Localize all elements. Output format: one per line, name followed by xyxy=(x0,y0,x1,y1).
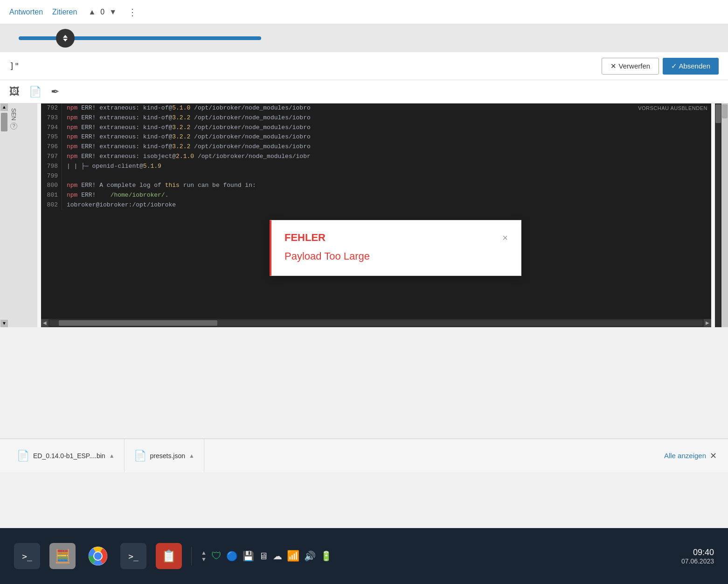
taskbar-separator xyxy=(191,547,192,565)
code-line-799: 799 xyxy=(41,172,711,181)
svg-point-4 xyxy=(94,552,102,560)
line-code-794: npm ERR! extraneous: kind-of@3.2.2 /opt/… xyxy=(62,123,315,133)
line-code-796: npm ERR! extraneous: kind-of@3.2.2 /opt/… xyxy=(62,142,315,152)
toolbar: 🖼 📄 ✒ xyxy=(0,80,728,103)
code-table: 792 npm ERR! extraneous: kind-of@5.1.0 /… xyxy=(41,103,711,210)
code-line-800: 800 npm ERR! A complete log of this run … xyxy=(41,181,711,191)
volume-icon[interactable]: 🔊 xyxy=(304,550,316,562)
line-code-799 xyxy=(62,172,75,181)
code-block: VORSCHAU AUSBLENDEN 792 npm ERR! extrane… xyxy=(41,103,711,319)
battery-icon[interactable]: 🔋 xyxy=(320,550,332,562)
scroll-section xyxy=(0,24,728,52)
send-button[interactable]: ✓ Absenden xyxy=(663,58,719,75)
discard-button[interactable]: ✕ Verwerfen xyxy=(602,58,659,75)
line-num-794: 794 xyxy=(41,123,62,133)
action-buttons: ✕ Verwerfen ✓ Absenden xyxy=(602,58,719,75)
vscroll-thumb[interactable] xyxy=(715,104,721,123)
line-code-798: | | ├─ openid-client@5.1.9 xyxy=(62,162,166,172)
display-icon[interactable]: 🖥 xyxy=(259,551,268,562)
line-num-792: 792 xyxy=(41,103,62,113)
close-downloads-button[interactable]: ✕ xyxy=(706,451,721,461)
taskbar-terminal2-app[interactable]: >_ xyxy=(120,543,146,569)
line-num-795: 795 xyxy=(41,132,62,142)
download-item-1: 📄 ED_0.14.0-b1_ESP....bin ▲ xyxy=(7,439,125,472)
line-code-795: npm ERR! extraneous: kind-of@3.2.2 /opt/… xyxy=(62,132,315,142)
taskbar-terminal-app[interactable]: >_ xyxy=(14,543,40,569)
line-num-796: 796 xyxy=(41,142,62,152)
code-line-795: 795 npm ERR! extraneous: kind-of@3.2.2 /… xyxy=(41,132,711,142)
taskbar-clock-area: 09:40 07.06.2023 xyxy=(681,548,714,565)
taskbar-chrome-app[interactable] xyxy=(85,543,111,569)
top-bar: Antworten Zitieren ▲ 0 ▼ ⋮ xyxy=(0,0,728,24)
line-code-800: npm ERR! A complete log of this run can … xyxy=(62,181,261,191)
hscroll-thumb[interactable] xyxy=(59,320,217,326)
help-icon[interactable]: ? xyxy=(10,123,17,130)
download-chevron-2[interactable]: ▲ xyxy=(189,453,194,459)
taskbar: >_ 🧮 >_ 📋 xyxy=(0,528,728,584)
code-line-796: 796 npm ERR! extraneous: kind-of@3.2.2 /… xyxy=(41,142,711,152)
right-vscroll[interactable] xyxy=(715,103,721,327)
sidebar-scroll-down[interactable]: ▼ xyxy=(0,320,8,327)
vote-up-button[interactable]: ▲ xyxy=(86,7,97,17)
shield-icon[interactable]: 🛡 xyxy=(211,550,222,562)
line-num-799: 799 xyxy=(41,172,62,181)
line-num-800: 800 xyxy=(41,181,62,191)
wifi-icon[interactable]: 📶 xyxy=(287,550,299,562)
sidebar-scroll-up[interactable]: ▲ xyxy=(0,103,8,111)
taskbar-app5[interactable]: 📋 xyxy=(156,543,182,569)
taskbar-calc-app[interactable]: 🧮 xyxy=(49,543,76,569)
taskbar-chevron-up[interactable]: ▲ ▼ xyxy=(201,550,207,563)
download-file-icon-2: 📄 xyxy=(134,450,146,462)
error-modal: FEHLER × Payload Too Large xyxy=(270,220,521,276)
eyedropper-icon[interactable]: ✒ xyxy=(51,86,59,98)
download-file-icon-1: 📄 xyxy=(17,450,29,462)
quote-link[interactable]: Zitieren xyxy=(52,8,77,16)
file-icon[interactable]: 📄 xyxy=(29,86,42,98)
error-close-button[interactable]: × xyxy=(502,233,508,243)
svg-marker-0 xyxy=(63,35,68,38)
line-code-793: npm ERR! extraneous: kind-of@3.2.2 /opt/… xyxy=(62,113,315,123)
scroll-handle[interactable] xyxy=(56,29,75,48)
more-options-button[interactable]: ⋮ xyxy=(128,7,137,18)
sidebar-scroll-thumb[interactable] xyxy=(1,113,7,131)
code-line-793: 793 npm ERR! extraneous: kind-of@3.2.2 /… xyxy=(41,113,711,123)
line-num-801: 801 xyxy=(41,191,62,200)
outer-vscroll-thumb[interactable] xyxy=(722,104,728,118)
code-snippet-label: ]" xyxy=(9,61,20,71)
content-area: Antworten Zitieren ▲ 0 ▼ ⋮ ]" ✕ Ver xyxy=(0,0,728,528)
code-line-798: 798 | | ├─ openid-client@5.1.9 xyxy=(41,162,711,172)
main-area: ▲ ▼ SEN ? VORSCHAU AUSBLENDEN 792 npm E xyxy=(0,103,728,327)
outer-vscroll[interactable] xyxy=(721,103,728,327)
sidebar-scroll: ▲ ▼ xyxy=(0,103,8,327)
taskbar-clock: 09:40 07.06.2023 xyxy=(681,548,714,565)
cloud-icon[interactable]: ☁ xyxy=(273,550,282,562)
scroll-thumb[interactable] xyxy=(19,36,261,40)
download-name-2: presets.json xyxy=(150,452,185,460)
show-all-button[interactable]: Alle anzeigen xyxy=(664,452,706,460)
hscroll-right-arrow[interactable]: ▶ xyxy=(704,319,711,327)
reply-link[interactable]: Antworten xyxy=(9,8,43,16)
usb-icon[interactable]: 💾 xyxy=(243,550,254,562)
download-chevron-1[interactable]: ▲ xyxy=(109,453,115,459)
code-line-797: 797 npm ERR! extraneous: isobject@2.1.0 … xyxy=(41,152,711,162)
bluetooth-icon[interactable]: 🔵 xyxy=(226,550,238,562)
download-name-1: ED_0.14.0-b1_ESP....bin xyxy=(33,452,105,460)
taskbar-tray-icons: ▲ ▼ 🛡 🔵 💾 🖥 ☁ 📶 🔊 🔋 xyxy=(201,550,332,563)
line-num-797: 797 xyxy=(41,152,62,162)
code-section: VORSCHAU AUSBLENDEN 792 npm ERR! extrane… xyxy=(41,103,711,327)
code-line-801: 801 npm ERR! /home/iobroker/. xyxy=(41,191,711,200)
vote-area: ▲ 0 ▼ xyxy=(86,7,118,17)
line-code-802: iobroker@iobroker:/opt/iobroke xyxy=(62,200,180,210)
hscroll-left-arrow[interactable]: ◀ xyxy=(41,319,49,327)
left-sidebar: ▲ ▼ SEN ? xyxy=(0,103,37,327)
image-icon[interactable]: 🖼 xyxy=(9,86,20,98)
code-line-802: 802 iobroker@iobroker:/opt/iobroke xyxy=(41,200,711,210)
download-item-2: 📄 presets.json ▲ xyxy=(125,439,204,472)
taskbar-date: 07.06.2023 xyxy=(681,557,714,565)
hscroll-track[interactable] xyxy=(49,320,703,326)
vote-down-button[interactable]: ▼ xyxy=(107,7,118,17)
preview-hide-label[interactable]: VORSCHAU AUSBLENDEN xyxy=(638,105,707,111)
downloads-bar: 📄 ED_0.14.0-b1_ESP....bin ▲ 📄 presets.js… xyxy=(0,439,728,472)
line-code-801: npm ERR! /home/iobroker/. xyxy=(62,191,173,200)
error-message: Payload Too Large xyxy=(284,250,508,262)
